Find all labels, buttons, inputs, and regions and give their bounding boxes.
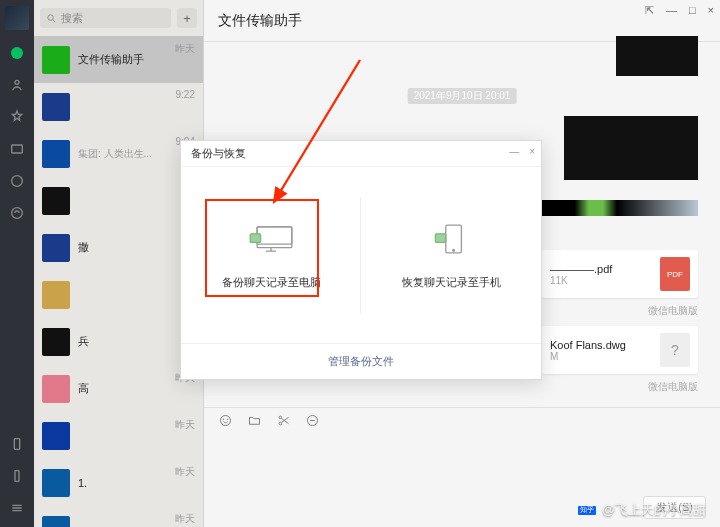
mobile-icon[interactable]	[8, 467, 26, 485]
miniprogram-icon[interactable]	[8, 204, 26, 222]
chat-list-item[interactable]: 9:22	[34, 83, 203, 130]
chat-avatar	[42, 328, 70, 356]
user-avatar[interactable]	[5, 6, 29, 30]
search-placeholder: 搜索	[61, 11, 83, 26]
svg-point-1	[15, 80, 19, 84]
input-toolbar	[204, 408, 720, 436]
chat-avatar	[42, 46, 70, 74]
restore-to-phone-label: 恢复聊天记录至手机	[402, 275, 501, 290]
chat-avatar	[42, 93, 70, 121]
highlight-box	[205, 199, 319, 297]
chat-avatar	[42, 281, 70, 309]
file-size: 11K	[550, 275, 652, 286]
chat-list-item[interactable]: 昨天	[34, 412, 203, 459]
chat-list-panel: 搜索 + 文件传输助手 昨天 9:22 集团: 人类出生... 9:04 撒 兵…	[34, 0, 204, 527]
chat-list-item[interactable]: 撒	[34, 224, 203, 271]
file-name: ————.pdf	[550, 263, 652, 275]
menu-icon[interactable]	[8, 499, 26, 517]
dialog-footer: 管理备份文件	[181, 343, 541, 379]
chat-timestamp: 昨天	[175, 418, 195, 432]
add-button[interactable]: +	[177, 8, 197, 28]
chat-avatar	[42, 516, 70, 528]
chat-list-item[interactable]: 昨天	[34, 506, 203, 527]
svg-rect-2	[12, 145, 23, 153]
history-icon[interactable]	[305, 413, 320, 432]
svg-point-9	[223, 418, 224, 419]
dialog-minimize-icon[interactable]: —	[509, 146, 519, 157]
backup-restore-dialog: 备份与恢复 — × 备份聊天记录至电脑	[180, 140, 542, 380]
dialog-close-icon[interactable]: ×	[529, 146, 535, 157]
search-input[interactable]: 搜索	[40, 8, 171, 28]
search-bar: 搜索 +	[34, 0, 203, 36]
close-icon[interactable]: ×	[708, 4, 714, 17]
chat-avatar	[42, 469, 70, 497]
maximize-icon[interactable]: □	[689, 4, 696, 17]
svg-rect-6	[15, 471, 19, 482]
svg-point-8	[221, 415, 231, 425]
file-message-card[interactable]: Koof Flans.dwgM?	[542, 326, 698, 374]
chat-list: 文件传输助手 昨天 9:22 集团: 人类出生... 9:04 撒 兵 高 昨天…	[34, 36, 203, 527]
chat-list-item[interactable]: 集团: 人类出生... 9:04	[34, 130, 203, 177]
chat-name: 撒	[78, 240, 195, 255]
chat-name: 兵	[78, 334, 195, 349]
dialog-window-controls: — ×	[509, 146, 535, 157]
svg-point-11	[279, 422, 282, 425]
file-message-card[interactable]: ————.pdf11KPDF	[542, 250, 698, 298]
pdf-icon: PDF	[660, 257, 690, 291]
image-bubble	[522, 200, 698, 216]
left-nav-bar	[0, 0, 34, 527]
svg-point-12	[279, 416, 282, 419]
chat-avatar	[42, 187, 70, 215]
moments-icon[interactable]	[8, 172, 26, 190]
emoji-icon[interactable]	[218, 413, 233, 432]
pin-icon[interactable]: ⇱	[645, 4, 654, 17]
chat-list-item[interactable]: 文件传输助手 昨天	[34, 36, 203, 83]
chat-list-item[interactable]: 兵	[34, 318, 203, 365]
dialog-title: 备份与恢复	[191, 146, 246, 161]
backup-to-pc-option[interactable]: 备份聊天记录至电脑	[181, 167, 361, 343]
restore-to-phone-option[interactable]: 恢复聊天记录至手机	[361, 167, 541, 343]
chat-preview: 集团: 人类出生...	[78, 147, 195, 161]
search-icon	[46, 13, 57, 24]
svg-point-3	[12, 176, 23, 187]
chat-avatar	[42, 234, 70, 262]
chat-list-item[interactable]	[34, 177, 203, 224]
phone-restore-icon	[425, 221, 477, 261]
file-size: M	[550, 351, 652, 362]
manage-backups-link[interactable]: 管理备份文件	[328, 354, 394, 369]
svg-point-0	[11, 47, 23, 59]
image-bubble	[564, 116, 698, 180]
folder-icon[interactable]	[247, 413, 262, 432]
scissors-icon[interactable]	[276, 413, 291, 432]
chat-list-item[interactable]: 高 昨天	[34, 365, 203, 412]
chat-timestamp: 9:22	[176, 89, 195, 100]
timestamp-pill: 2021年9月10日 20:01	[408, 88, 517, 104]
files-icon[interactable]	[8, 140, 26, 158]
file-name: Koof Flans.dwg	[550, 339, 652, 351]
svg-point-7	[48, 14, 54, 20]
chat-list-item[interactable]: 1. 昨天	[34, 459, 203, 506]
dialog-title-bar: 备份与恢复	[181, 141, 541, 167]
collect-icon[interactable]	[8, 108, 26, 126]
svg-rect-17	[446, 225, 462, 253]
watermark-text: @飞上天的小高甜	[602, 501, 706, 519]
phone-icon[interactable]	[8, 435, 26, 453]
unknown-file-icon: ?	[660, 333, 690, 367]
svg-point-10	[227, 418, 228, 419]
chat-avatar	[42, 375, 70, 403]
chat-icon[interactable]	[8, 44, 26, 62]
svg-point-4	[12, 208, 23, 219]
chat-title: 文件传输助手	[218, 12, 302, 30]
chat-avatar	[42, 422, 70, 450]
svg-rect-19	[435, 233, 445, 242]
chat-timestamp: 昨天	[175, 512, 195, 526]
chat-list-item[interactable]	[34, 271, 203, 318]
svg-point-18	[453, 249, 455, 251]
chat-timestamp: 昨天	[175, 465, 195, 479]
message-bubble	[616, 36, 698, 76]
contacts-icon[interactable]	[8, 76, 26, 94]
minimize-icon[interactable]: —	[666, 4, 677, 17]
file-status-text: 微信电脑版	[648, 304, 698, 318]
svg-rect-5	[14, 439, 19, 450]
window-controls: ⇱ — □ ×	[645, 4, 714, 17]
